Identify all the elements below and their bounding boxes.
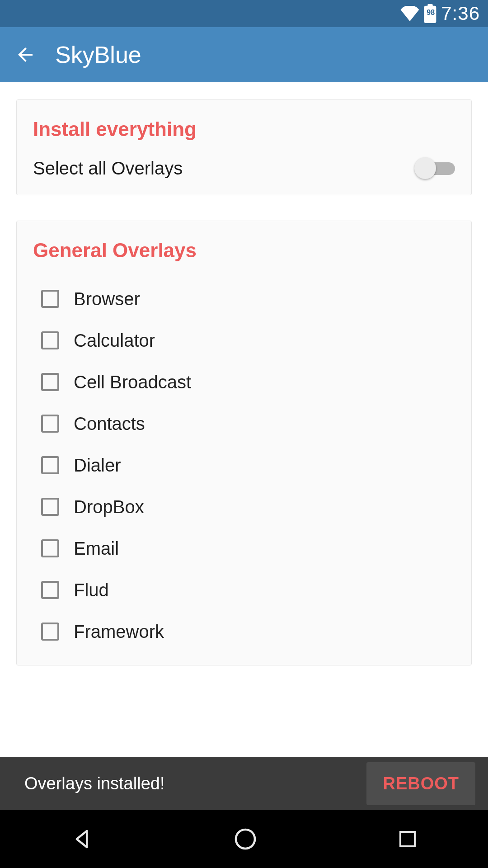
back-icon[interactable] [14, 43, 37, 66]
install-everything-card: Install everything Select all Overlays [16, 99, 472, 195]
overlay-label: Email [74, 538, 119, 559]
battery-icon: 98 [424, 4, 436, 23]
checkbox-icon[interactable] [41, 373, 59, 391]
navigation-bar [0, 810, 488, 868]
snackbar-message: Overlays installed! [24, 774, 164, 793]
content: Install everything Select all Overlays G… [0, 82, 488, 757]
overlay-label: Flud [74, 580, 109, 600]
overlay-item-dialer[interactable]: Dialer [41, 444, 455, 486]
overlay-label: Browser [74, 289, 140, 309]
nav-back-icon[interactable] [70, 827, 94, 851]
checkbox-icon[interactable] [41, 623, 59, 641]
overlay-item-dropbox[interactable]: DropBox [41, 486, 455, 528]
checkbox-icon[interactable] [41, 456, 59, 474]
screen: 98 7:36 SkyBlue Install everything Selec… [0, 0, 488, 868]
checkbox-icon[interactable] [41, 290, 59, 308]
checkbox-icon[interactable] [41, 581, 59, 599]
overlays-card-title: General Overlays [33, 239, 455, 262]
checkbox-icon[interactable] [41, 331, 59, 349]
overlay-label: Cell Broadcast [74, 372, 191, 392]
select-all-label: Select all Overlays [33, 158, 183, 179]
overlay-item-calculator[interactable]: Calculator [41, 320, 455, 361]
reboot-button[interactable]: REBOOT [366, 762, 475, 805]
svg-rect-1 [428, 4, 433, 7]
nav-recent-icon[interactable] [397, 828, 418, 850]
install-card-title: Install everything [33, 118, 455, 141]
overlay-label: Calculator [74, 330, 155, 351]
svg-point-2 [236, 830, 255, 849]
checkbox-icon[interactable] [41, 415, 59, 433]
status-time: 7:36 [441, 3, 480, 24]
checkbox-icon[interactable] [41, 539, 59, 557]
overlay-label: Framework [74, 622, 164, 642]
select-all-toggle[interactable] [414, 157, 455, 179]
overlay-item-email[interactable]: Email [41, 528, 455, 569]
overlay-label: DropBox [74, 497, 144, 517]
overlay-label: Contacts [74, 414, 145, 434]
overlay-item-browser[interactable]: Browser [41, 278, 455, 320]
wifi-icon [400, 6, 419, 21]
overlay-item-cell-broadcast[interactable]: Cell Broadcast [41, 361, 455, 403]
select-all-row[interactable]: Select all Overlays [33, 157, 455, 179]
overlay-item-flud[interactable]: Flud [41, 569, 455, 611]
app-bar: SkyBlue [0, 27, 488, 82]
status-bar: 98 7:36 [0, 0, 488, 27]
overlay-item-contacts[interactable]: Contacts [41, 403, 455, 444]
nav-home-icon[interactable] [233, 826, 258, 852]
svg-rect-3 [400, 832, 415, 846]
general-overlays-card: General Overlays Browser Calculator Cell… [16, 221, 472, 665]
checkbox-icon[interactable] [41, 498, 59, 516]
overlay-label: Dialer [74, 455, 121, 476]
overlay-list: Browser Calculator Cell Broadcast Contac… [33, 278, 455, 652]
page-title: SkyBlue [55, 41, 141, 68]
snackbar: Overlays installed! REBOOT [0, 757, 488, 810]
toggle-thumb [414, 157, 436, 179]
overlay-item-framework[interactable]: Framework [41, 611, 455, 652]
battery-level: 98 [427, 9, 435, 17]
